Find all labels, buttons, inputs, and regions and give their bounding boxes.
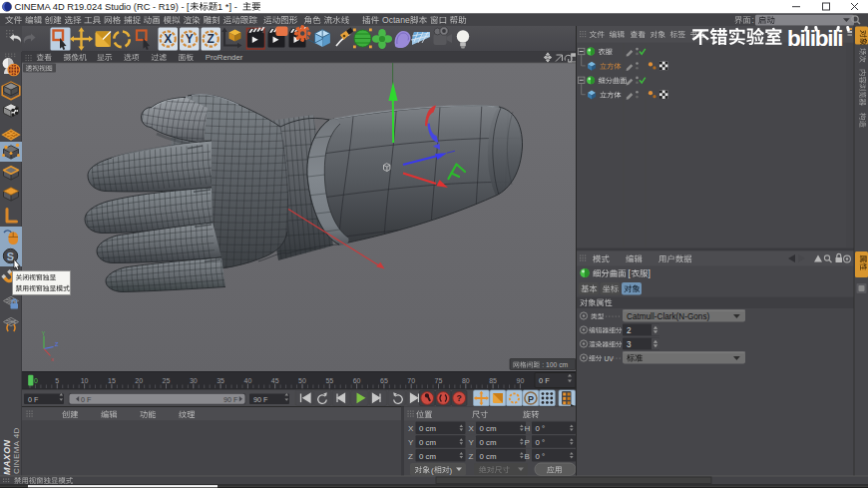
svg-text:B: B <box>525 452 530 461</box>
svg-text:1 *] -: 1 *] - <box>217 2 237 12</box>
svg-text::: : <box>752 15 754 25</box>
svg-text:Y: Y <box>408 438 414 447</box>
svg-text:ProRender: ProRender <box>206 53 243 62</box>
svg-text:50: 50 <box>298 377 306 384</box>
svg-text:): ) <box>450 466 453 475</box>
svg-text:90 F: 90 F <box>223 395 238 404</box>
svg-text:x: x <box>51 356 54 362</box>
svg-text:60: 60 <box>353 377 361 384</box>
svg-text:15: 15 <box>108 377 116 384</box>
svg-text:25: 25 <box>163 377 171 384</box>
svg-text:X: X <box>408 424 414 433</box>
svg-text:0 cm: 0 cm <box>480 424 497 433</box>
svg-text:bilibili: bilibili <box>787 26 842 51</box>
svg-text:Y: Y <box>469 438 475 447</box>
svg-text:P: P <box>525 438 530 447</box>
svg-text:40: 40 <box>244 377 252 384</box>
svg-text:5: 5 <box>55 377 59 384</box>
svg-text:0 F: 0 F <box>28 395 39 404</box>
svg-text:CINEMA 4D: CINEMA 4D <box>12 427 21 474</box>
svg-text:X: X <box>164 32 172 46</box>
svg-text:Z: Z <box>208 32 215 46</box>
svg-text:75: 75 <box>435 377 443 384</box>
svg-text:0 cm: 0 cm <box>480 438 497 447</box>
svg-text:Z: Z <box>408 452 413 461</box>
svg-text:Y: Y <box>42 330 46 336</box>
svg-text:0 cm: 0 cm <box>419 424 436 433</box>
svg-text:0: 0 <box>34 377 38 384</box>
svg-text:: 100 cm: : 100 cm <box>542 361 568 368</box>
svg-text:(: ( <box>431 466 434 475</box>
svg-text:0 cm: 0 cm <box>419 452 436 461</box>
svg-text:?: ? <box>457 393 462 403</box>
svg-text:3: 3 <box>627 340 632 349</box>
svg-text:85: 85 <box>489 377 497 384</box>
svg-text:H: H <box>525 424 531 433</box>
svg-text:MAXON: MAXON <box>2 439 12 475</box>
svg-text:Y: Y <box>186 32 194 46</box>
svg-text:0 °: 0 ° <box>536 452 546 461</box>
svg-text:Z: Z <box>55 341 59 347</box>
svg-text:2: 2 <box>627 326 632 335</box>
svg-text:CINEMA 4D R19.024 Studio (RC -: CINEMA 4D R19.024 Studio (RC - R19) - [ <box>15 2 191 12</box>
svg-text:30: 30 <box>190 377 198 384</box>
svg-text:]: ] <box>648 268 650 278</box>
svg-text:Octane: Octane <box>382 15 410 25</box>
svg-text:80: 80 <box>462 377 470 384</box>
svg-text:0 cm: 0 cm <box>419 438 436 447</box>
svg-text:0 cm: 0 cm <box>480 452 497 461</box>
svg-text:90 F: 90 F <box>253 395 268 404</box>
svg-text:S: S <box>7 250 14 262</box>
svg-text:65: 65 <box>380 377 388 384</box>
svg-text:Catmull-Clark(N-Gons): Catmull-Clark(N-Gons) <box>627 312 710 321</box>
svg-text:20: 20 <box>135 377 143 384</box>
svg-text:0 °: 0 ° <box>536 424 546 433</box>
svg-text:0 F: 0 F <box>81 395 92 404</box>
svg-text:90: 90 <box>517 377 525 384</box>
svg-text:P: P <box>528 394 534 404</box>
svg-text:0 F: 0 F <box>539 376 550 385</box>
svg-text:45: 45 <box>271 377 279 384</box>
svg-text:UV: UV <box>604 355 614 362</box>
svg-text:35: 35 <box>217 377 224 384</box>
svg-text:Z: Z <box>469 452 474 461</box>
svg-text:70: 70 <box>407 377 415 384</box>
svg-text:10: 10 <box>81 377 89 384</box>
svg-text:X: X <box>469 424 475 433</box>
svg-text:55: 55 <box>325 377 333 384</box>
svg-text:0 °: 0 ° <box>536 438 546 447</box>
